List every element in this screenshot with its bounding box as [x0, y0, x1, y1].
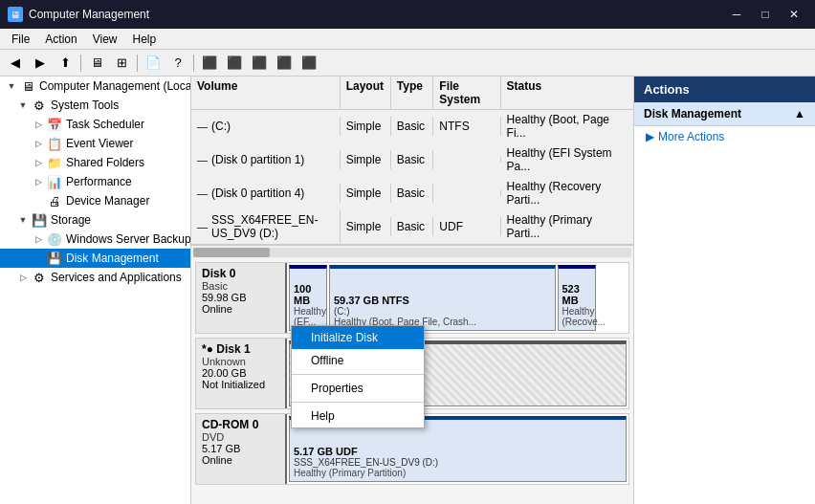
- volume-name: (C:): [211, 120, 231, 133]
- actions-panel: Actions Disk Management ▲ ▶ More Actions: [633, 77, 815, 504]
- volume-layout: Simple: [341, 117, 391, 136]
- menu-help[interactable]: Help: [125, 31, 165, 48]
- disk-name-cdrom: CD-ROM 0: [202, 418, 279, 431]
- system-tools-icon: ⚙: [31, 98, 48, 113]
- volume-type: Basic: [391, 184, 434, 203]
- sidebar-item-services-apps[interactable]: ▷ ⚙ Services and Applications: [0, 268, 190, 287]
- maximize-button[interactable]: □: [752, 4, 779, 25]
- menu-view[interactable]: View: [85, 31, 125, 48]
- context-menu-initialize-disk[interactable]: Initialize Disk: [292, 326, 424, 349]
- toolbar-forward[interactable]: ▶: [29, 53, 52, 74]
- horizontal-scrollbar[interactable]: [191, 245, 633, 258]
- context-menu-separator2: [292, 402, 424, 403]
- toolbar-help[interactable]: ?: [166, 53, 189, 74]
- toolbar-properties[interactable]: 📄: [142, 53, 165, 74]
- sidebar-item-windows-server-backup[interactable]: ▷ 💿 Windows Server Backup: [0, 230, 190, 249]
- sidebar-item-task-scheduler[interactable]: ▷ 📅 Task Scheduler: [0, 115, 190, 134]
- expand-icon: ▷: [31, 234, 46, 244]
- context-menu-offline[interactable]: Offline: [292, 349, 424, 372]
- volume-fs: [433, 157, 500, 163]
- partition-label: (C:): [334, 306, 551, 317]
- table-header: Volume Layout Type File System Status: [191, 77, 633, 110]
- actions-link-more[interactable]: ▶ More Actions: [634, 126, 815, 147]
- context-menu-properties[interactable]: Properties: [292, 377, 424, 400]
- disk-management-icon: 💾: [46, 251, 63, 266]
- windows-server-backup-icon: 💿: [46, 231, 63, 247]
- sidebar-item-event-viewer[interactable]: ▷ 📋 Event Viewer: [0, 134, 190, 153]
- table-row[interactable]: —SSS_X64FREE_EN-US_DV9 (D:) Simple Basic…: [191, 210, 633, 244]
- toolbar-up[interactable]: ⬆: [54, 53, 77, 74]
- volume-icon: —: [197, 221, 208, 232]
- toolbar-btn5[interactable]: ⬛: [198, 53, 221, 74]
- sidebar-item-storage[interactable]: ▼ 💾 Storage: [0, 210, 190, 230]
- scroll-thumb[interactable]: [193, 248, 270, 257]
- partition-recovery[interactable]: 523 MB Healthy (Recove...: [558, 265, 596, 331]
- partition-efi[interactable]: 100 MB Healthy (EF...: [289, 265, 327, 331]
- disk-type-0: Basic: [202, 280, 279, 292]
- menu-bar: File Action View Help: [0, 29, 815, 50]
- disk-row-0: Disk 0 Basic 59.98 GB Online 100 MB Heal…: [195, 262, 629, 334]
- disk-table: —(C:) Simple Basic NTFS Healthy (Boot, P…: [191, 110, 633, 245]
- minimize-button[interactable]: ─: [723, 4, 750, 25]
- toolbar-show-hide-console[interactable]: 🖥: [85, 53, 108, 74]
- actions-section-label: Disk Management: [644, 107, 741, 121]
- table-row[interactable]: —(Disk 0 partition 4) Simple Basic Healt…: [191, 177, 633, 210]
- partition-c[interactable]: 59.37 GB NTFS (C:) Healthy (Boot, Page F…: [329, 265, 556, 331]
- sidebar-label-shared-folders: Shared Folders: [66, 156, 144, 169]
- col-header-fs[interactable]: File System: [433, 77, 500, 109]
- task-scheduler-icon: 📅: [46, 117, 63, 132]
- toolbar: ◀ ▶ ⬆ 🖥 ⊞ 📄 ? ⬛ ⬛ ⬛ ⬛ ⬛: [0, 50, 815, 77]
- expand-icon: ▷: [31, 177, 46, 186]
- volume-status: Healthy (Boot, Page Fi...: [501, 110, 633, 142]
- disk-status-1: Not Initialized: [202, 379, 279, 390]
- col-header-layout[interactable]: Layout: [341, 77, 391, 109]
- volume-name: SSS_X64FREE_EN-US_DV9 (D:): [211, 213, 334, 240]
- sidebar-item-comp-mgmt[interactable]: ▼ 🖥 Computer Management (Local: [0, 77, 190, 96]
- context-menu-help[interactable]: Help: [292, 405, 424, 427]
- sidebar-item-system-tools[interactable]: ▼ ⚙ System Tools: [0, 96, 190, 115]
- actions-section-disk-management[interactable]: Disk Management ▲: [634, 102, 815, 126]
- sidebar-label-device-manager: Device Manager: [66, 194, 149, 208]
- partition-size: 523 MB: [562, 283, 591, 306]
- close-button[interactable]: ✕: [781, 4, 807, 25]
- col-header-type[interactable]: Type: [391, 77, 434, 109]
- volume-icon: —: [197, 121, 208, 132]
- expand-icon: ▼: [15, 215, 31, 225]
- toolbar-btn7[interactable]: ⬛: [248, 53, 271, 74]
- col-header-volume[interactable]: Volume: [191, 77, 341, 109]
- disk-partitions-0: 100 MB Healthy (EF... 59.37 GB NTFS (C:)…: [287, 263, 628, 333]
- toolbar-btn8[interactable]: ⬛: [273, 53, 296, 74]
- volume-type: Basic: [391, 217, 434, 236]
- expand-icon: ▷: [31, 139, 46, 148]
- comp-mgmt-icon: 🖥: [19, 78, 36, 94]
- table-row[interactable]: —(C:) Simple Basic NTFS Healthy (Boot, P…: [191, 110, 633, 143]
- disk-status-cdrom: Online: [202, 454, 279, 466]
- sidebar-item-disk-management[interactable]: 💾 Disk Management: [0, 249, 190, 268]
- services-apps-icon: ⚙: [31, 270, 48, 285]
- event-viewer-icon: 📋: [46, 136, 63, 151]
- context-menu-separator: [292, 374, 424, 375]
- partition-size: 59.37 GB NTFS: [334, 295, 551, 306]
- sidebar-label-storage: Storage: [51, 213, 91, 227]
- toolbar-btn6[interactable]: ⬛: [223, 53, 246, 74]
- partition-status: Healthy (Primary Partition): [294, 468, 622, 478]
- disk-info-0: Disk 0 Basic 59.98 GB Online: [196, 263, 287, 333]
- sidebar-item-device-manager[interactable]: 🖨 Device Manager: [0, 191, 190, 210]
- expand-icon: ▷: [31, 120, 46, 129]
- volume-status: Healthy (Recovery Parti...: [501, 177, 633, 209]
- menu-action[interactable]: Action: [37, 31, 84, 48]
- sidebar-item-shared-folders[interactable]: ▷ 📁 Shared Folders: [0, 153, 190, 172]
- toolbar-back[interactable]: ◀: [4, 53, 27, 74]
- table-row[interactable]: —(Disk 0 partition 1) Simple Basic Healt…: [191, 143, 633, 177]
- partition-status: Healthy (EF...: [294, 306, 322, 327]
- sidebar-label-task-scheduler: Task Scheduler: [66, 118, 144, 131]
- sidebar-item-performance[interactable]: ▷ 📊 Performance: [0, 172, 190, 191]
- actions-section-arrow: ▲: [794, 107, 805, 121]
- toolbar-new-window[interactable]: ⊞: [110, 53, 133, 74]
- toolbar-btn9[interactable]: ⬛: [297, 53, 320, 74]
- col-header-status[interactable]: Status: [501, 77, 633, 109]
- volume-type: Basic: [391, 150, 434, 169]
- window-title: Computer Management: [29, 8, 149, 21]
- context-menu: Initialize Disk Offline Properties Help: [291, 325, 425, 428]
- menu-file[interactable]: File: [4, 31, 37, 48]
